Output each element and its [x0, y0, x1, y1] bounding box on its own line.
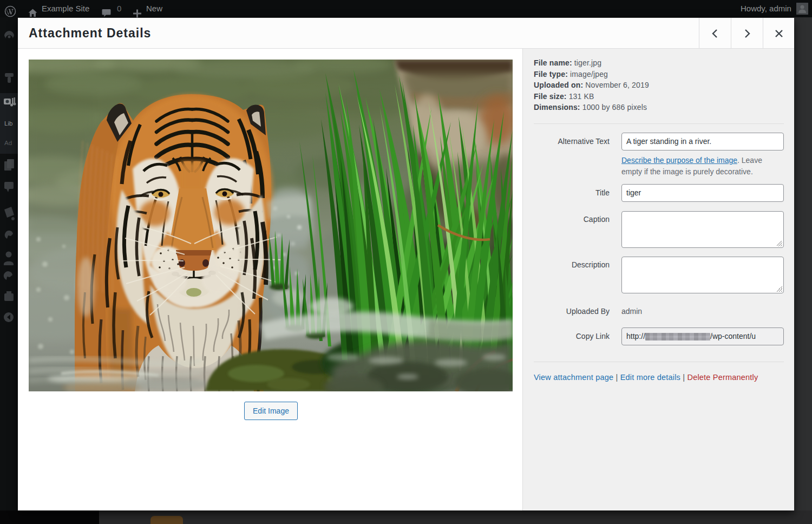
svg-text:Lib: Lib: [4, 120, 12, 127]
svg-text:Ad: Ad: [4, 140, 12, 146]
